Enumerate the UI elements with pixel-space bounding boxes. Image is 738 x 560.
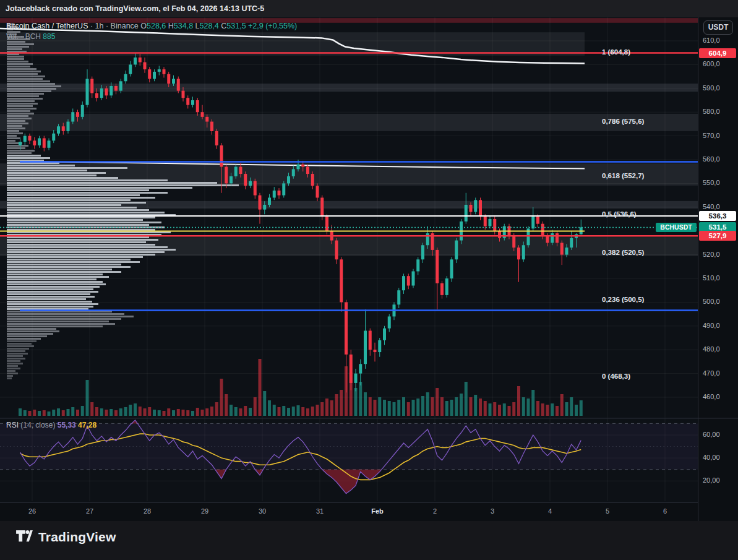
rsi-tick-label: 40,00 (703, 454, 720, 461)
ma-line-2 (20, 162, 585, 169)
rsi-ma-value: 47,28 (78, 421, 97, 429)
volume-profile (7, 24, 239, 379)
time-tick-label: 29 (191, 507, 218, 515)
rsi-title[interactable]: RSI (6, 421, 19, 429)
change-value: +2,9 (+0,55%) (248, 22, 297, 30)
volume-series (19, 359, 583, 416)
price-axis[interactable] (698, 17, 738, 521)
price-tick-label: 490,0 (703, 322, 720, 329)
rsi-tick-label: 20,00 (703, 476, 720, 484)
time-tick-label: 4 (536, 507, 564, 515)
volume-value: 885 (43, 32, 55, 41)
candles-series (19, 53, 583, 392)
tradingview-logo-text: TradingView (38, 530, 116, 545)
ohlc-values: O528,6 H534,8 L528,4 C531,5 (140, 22, 246, 30)
fib-bands (0, 18, 698, 256)
level-lines (0, 53, 698, 311)
rsi-legend[interactable]: RSI (14, close) 55,33 47,28 (6, 421, 97, 429)
fib-level-label[interactable]: 0,618 (552,7) (602, 172, 644, 179)
ohlc-key: O (140, 22, 147, 30)
symbol-meta: · 1h · Binance (90, 22, 139, 30)
time-tick-label: 30 (249, 507, 276, 515)
price-axis-label: 604,9 (699, 48, 736, 58)
rsi-oversold-fill (132, 420, 382, 494)
ohlc-value: 531,5 (226, 22, 246, 30)
currency-toggle-button[interactable]: USDT (703, 20, 733, 35)
tradingview-logo-icon (16, 530, 33, 545)
rsi-value: 55,33 (58, 421, 76, 429)
volume-label: Vol. · BCH (6, 32, 41, 41)
price-tick-label: 520,0 (703, 251, 720, 258)
fib-level-label[interactable]: 0,382 (520,5) (602, 249, 644, 256)
price-tick-label: 590,0 (703, 84, 720, 92)
ohlc-value: 528,4 (200, 22, 219, 30)
tradingview-logo[interactable]: TradingView (16, 530, 116, 545)
rsi-line (20, 420, 581, 494)
price-tick-label: 510,0 (703, 274, 720, 282)
fib-level-label[interactable]: 0,786 (575,6) (602, 118, 644, 125)
grid (0, 17, 698, 501)
price-axis-label: 527,9 (699, 231, 736, 241)
price-tick-label: 500,0 (703, 298, 720, 305)
price-tick-label: 460,0 (703, 393, 720, 400)
symbol-legend[interactable]: Bitcoin Cash / TetherUS · 1h · Binance O… (6, 22, 297, 30)
price-tick-label: 470,0 (703, 369, 720, 377)
rsi-tick-label: 60,00 (703, 431, 720, 438)
ma-line-1 (0, 28, 585, 63)
symbol-price-tag: BCHUSDT (656, 223, 697, 232)
price-tick-label: 480,0 (703, 345, 720, 353)
time-tick-label: 6 (651, 507, 679, 515)
price-tick-label: 550,0 (703, 179, 720, 186)
ohlc-key: L (193, 22, 199, 30)
price-tick-label: 540,0 (703, 203, 720, 210)
time-axis[interactable] (0, 502, 698, 521)
time-tick-label: 31 (306, 507, 333, 515)
rsi-band-fill (0, 423, 698, 469)
fib-level-label[interactable]: 1 (604,8) (602, 48, 630, 56)
fib-level-label[interactable]: 0,236 (500,5) (602, 296, 644, 303)
time-tick-label: 2 (421, 507, 448, 515)
price-tick-label: 580,0 (703, 108, 720, 115)
rsi-params: (14, close) (20, 421, 55, 429)
fib-level-label[interactable]: 0,5 (536,6) (602, 210, 637, 218)
symbol-title[interactable]: Bitcoin Cash / TetherUS (6, 22, 88, 30)
time-tick-label: 5 (594, 507, 621, 515)
price-tick-label: 570,0 (703, 132, 720, 139)
time-tick-label: 28 (134, 507, 161, 515)
time-tick-label: 26 (19, 507, 46, 515)
time-tick-label: 27 (76, 507, 103, 515)
volume-legend[interactable]: Vol. · BCH 885 (6, 32, 55, 41)
time-tick-label: Feb (364, 507, 391, 515)
fib-level-label[interactable]: 0 (468,3) (602, 373, 630, 380)
attribution-bar: Jotaceblack creado con TradingView.com, … (0, 0, 738, 17)
ohlc-key: H (166, 22, 174, 30)
ohlc-key: C (219, 22, 227, 30)
rsi-ma-line (20, 434, 581, 480)
footer: TradingView (0, 521, 738, 560)
price-tick-label: 600,0 (703, 60, 720, 67)
price-tick-label: 560,0 (703, 155, 720, 163)
ohlc-value: 534,8 (174, 22, 193, 30)
ohlc-value: 528,6 (147, 22, 166, 30)
chart-canvas[interactable] (0, 0, 738, 560)
price-tick-label: 610,0 (703, 37, 720, 44)
tradingview-chart-window: Jotaceblack creado con TradingView.com, … (0, 0, 738, 560)
time-tick-label: 3 (479, 507, 506, 515)
price-axis-label: 536,3 (699, 211, 736, 221)
attribution-text: Jotaceblack creado con TradingView.com, … (6, 4, 264, 13)
